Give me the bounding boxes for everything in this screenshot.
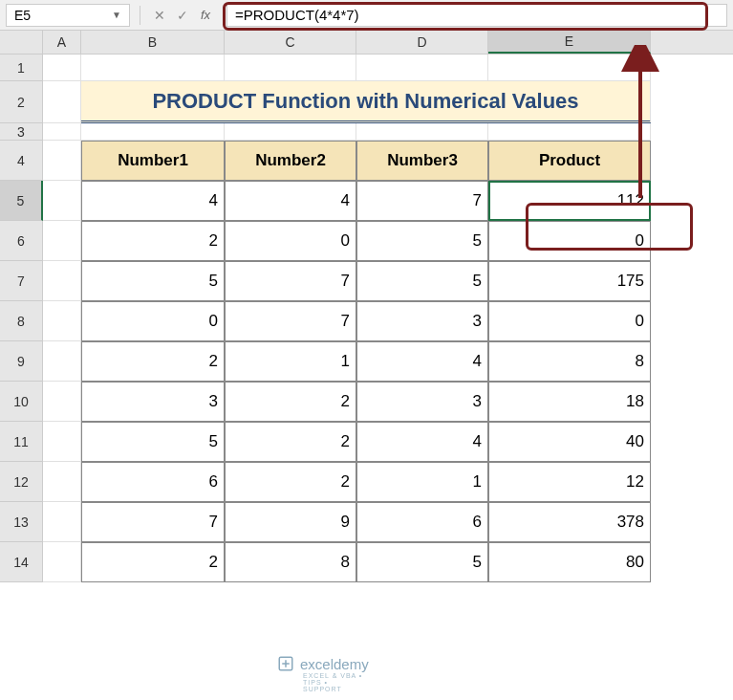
cell-B3[interactable] [81, 123, 225, 141]
cell-D9[interactable]: 4 [356, 341, 488, 382]
spreadsheet-icon [277, 655, 294, 672]
row-header-13[interactable]: 13 [0, 502, 43, 542]
row-header-14[interactable]: 14 [0, 542, 43, 582]
col-header-C[interactable]: C [225, 31, 356, 54]
row-header-10[interactable]: 10 [0, 382, 43, 422]
check-icon[interactable]: ✓ [173, 6, 192, 25]
cell-E7[interactable]: 175 [488, 261, 651, 301]
row-header-12[interactable]: 12 [0, 462, 43, 502]
cell-A12[interactable] [43, 462, 81, 502]
cell-C1[interactable] [225, 55, 356, 81]
row-header-7[interactable]: 7 [0, 261, 43, 301]
cell-D8[interactable]: 3 [356, 301, 488, 341]
cell-C8[interactable]: 7 [225, 301, 356, 341]
row-header-3[interactable]: 3 [0, 123, 43, 141]
cell-A2[interactable] [43, 81, 81, 123]
header-number1[interactable]: Number1 [81, 141, 225, 181]
header-number2[interactable]: Number2 [225, 141, 356, 181]
row-header-6[interactable]: 6 [0, 221, 43, 261]
cell-E13[interactable]: 378 [488, 502, 651, 542]
cell-A5[interactable] [43, 181, 81, 221]
col-header-E[interactable]: E [488, 31, 651, 54]
col-header-B[interactable]: B [81, 31, 225, 54]
cell-A11[interactable] [43, 422, 81, 462]
cell-D6[interactable]: 5 [356, 221, 488, 261]
cell-A14[interactable] [43, 542, 81, 582]
cell-B1[interactable] [81, 55, 225, 81]
cell-A10[interactable] [43, 382, 81, 422]
cell-D13[interactable]: 6 [356, 502, 488, 542]
formula-text: =PRODUCT(4*4*7) [235, 7, 359, 23]
cell-A1[interactable] [43, 55, 81, 81]
cell-B14[interactable]: 2 [81, 542, 225, 582]
cell-B10[interactable]: 3 [81, 382, 225, 422]
cell-D10[interactable]: 3 [356, 382, 488, 422]
cell-A3[interactable] [43, 123, 81, 141]
cell-B9[interactable]: 2 [81, 341, 225, 382]
cell-C11[interactable]: 2 [225, 422, 356, 462]
row-header-4[interactable]: 4 [0, 141, 43, 181]
cell-A9[interactable] [43, 341, 81, 382]
cell-E5[interactable]: 112 [488, 181, 651, 221]
cell-C3[interactable] [225, 123, 356, 141]
cell-E11[interactable]: 40 [488, 422, 651, 462]
name-box[interactable]: E5 ▼ [6, 4, 130, 27]
formula-input[interactable]: =PRODUCT(4*4*7) [226, 4, 727, 27]
chevron-down-icon[interactable]: ▼ [112, 10, 121, 20]
cell-C5[interactable]: 4 [225, 181, 356, 221]
cell-C12[interactable]: 2 [225, 462, 356, 502]
cell-C14[interactable]: 8 [225, 542, 356, 582]
cell-B7[interactable]: 5 [81, 261, 225, 301]
cell-A8[interactable] [43, 301, 81, 341]
cell-D3[interactable] [356, 123, 488, 141]
cell-D11[interactable]: 4 [356, 422, 488, 462]
fx-icon[interactable]: fx [196, 6, 215, 25]
header-number3[interactable]: Number3 [356, 141, 488, 181]
row-header-2[interactable]: 2 [0, 81, 43, 123]
header-product[interactable]: Product [488, 141, 651, 181]
cell-D7[interactable]: 5 [356, 261, 488, 301]
row-header-5[interactable]: 5 [0, 181, 43, 221]
cell-E10[interactable]: 18 [488, 382, 651, 422]
cell-D5[interactable]: 7 [356, 181, 488, 221]
cell-B11[interactable]: 5 [81, 422, 225, 462]
select-all-triangle[interactable] [0, 31, 43, 54]
cell-B5[interactable]: 4 [81, 181, 225, 221]
cell-A7[interactable] [43, 261, 81, 301]
col-header-A[interactable]: A [43, 31, 81, 54]
cell-B8[interactable]: 0 [81, 301, 225, 341]
cell-B12[interactable]: 6 [81, 462, 225, 502]
watermark-brand: exceldemy [300, 656, 369, 672]
cell-E14[interactable]: 80 [488, 542, 651, 582]
row-header-11[interactable]: 11 [0, 422, 43, 462]
cell-E3[interactable] [488, 123, 651, 141]
cell-D12[interactable]: 1 [356, 462, 488, 502]
divider [140, 6, 140, 25]
cell-C7[interactable]: 7 [225, 261, 356, 301]
cell-D14[interactable]: 5 [356, 542, 488, 582]
cell-C10[interactable]: 2 [225, 382, 356, 422]
grid: 1 2 PRODUCT Function with Numerical Valu… [0, 55, 733, 582]
cell-E9[interactable]: 8 [488, 341, 651, 382]
title-cell[interactable]: PRODUCT Function with Numerical Values [81, 81, 651, 123]
row-header-1[interactable]: 1 [0, 55, 43, 81]
cancel-icon[interactable]: ✕ [150, 6, 169, 25]
cell-C9[interactable]: 1 [225, 341, 356, 382]
cell-C13[interactable]: 9 [225, 502, 356, 542]
col-header-D[interactable]: D [356, 31, 488, 54]
cell-A13[interactable] [43, 502, 81, 542]
cell-E8[interactable]: 0 [488, 301, 651, 341]
column-headers: A B C D E [0, 31, 733, 55]
cell-C6[interactable]: 0 [225, 221, 356, 261]
cell-B6[interactable]: 2 [81, 221, 225, 261]
cell-A4[interactable] [43, 141, 81, 181]
cell-B13[interactable]: 7 [81, 502, 225, 542]
cell-E12[interactable]: 12 [488, 462, 651, 502]
cell-E1[interactable] [488, 55, 651, 81]
cell-D1[interactable] [356, 55, 488, 81]
cell-A6[interactable] [43, 221, 81, 261]
name-box-value: E5 [14, 8, 31, 23]
row-header-8[interactable]: 8 [0, 301, 43, 341]
cell-E6[interactable]: 0 [488, 221, 651, 261]
row-header-9[interactable]: 9 [0, 341, 43, 382]
